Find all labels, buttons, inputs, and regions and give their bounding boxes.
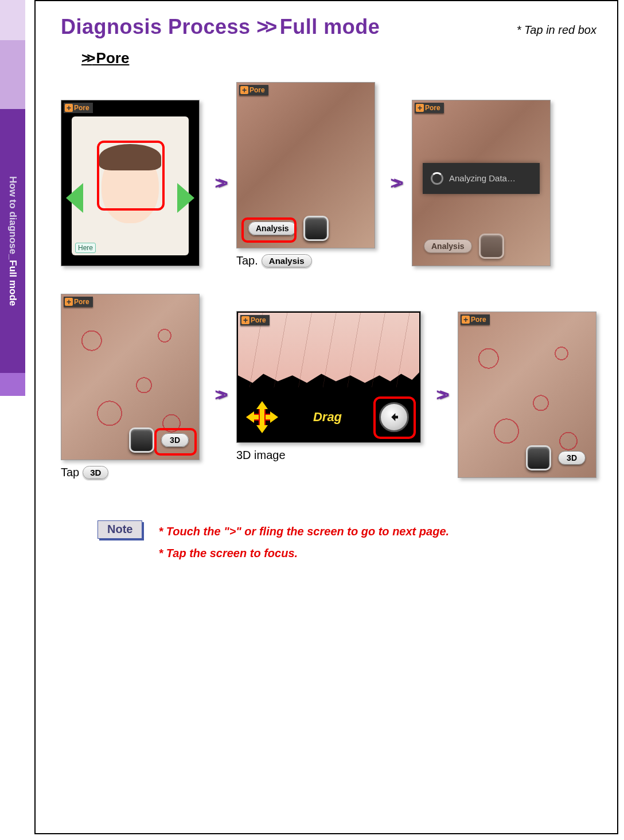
- arrow-right-icon[interactable]: [177, 183, 194, 213]
- caption-text: Tap: [61, 466, 79, 479]
- row-1: + Pore Here >> + Pore: [61, 82, 596, 283]
- plus-icon: +: [65, 104, 73, 112]
- side-tab-label-prefix: How to diagnose_: [7, 176, 18, 259]
- pore-badge: + Pore: [415, 103, 444, 113]
- analysis-button-disabled: Analysis: [424, 239, 472, 253]
- note-line-2: * Tap the screen to focus.: [158, 542, 449, 564]
- header-hint: * Tap in red box: [517, 24, 596, 37]
- caption-tap-3d: Tap 3D: [61, 466, 200, 479]
- capture-button[interactable]: [129, 427, 154, 453]
- separator: >>: [210, 173, 226, 193]
- subheading: >> Pore: [81, 49, 596, 67]
- pore-badge-label: Pore: [249, 86, 265, 94]
- chevrons-icon: >>: [214, 385, 221, 405]
- pore-badge: + Pore: [64, 297, 93, 307]
- screenshot-face-placement: + Pore Here: [61, 100, 200, 266]
- row-2: + Pore 3D Tap 3D >>: [61, 294, 596, 495]
- tap-target-highlight[interactable]: [97, 141, 165, 211]
- plus-icon: +: [462, 316, 470, 324]
- plus-icon: +: [240, 86, 248, 94]
- separator: >>: [385, 173, 401, 193]
- pore-badge: + Pore: [64, 103, 93, 113]
- title-prefix: Diagnosis Process: [61, 15, 256, 38]
- sub-chevrons-icon: >>: [81, 49, 92, 67]
- pore-badge-label: Pore: [471, 316, 486, 324]
- pore-badge: + Pore: [239, 85, 268, 95]
- analyzing-text: Analyzing Data…: [449, 173, 516, 183]
- side-tab-how-to-diagnose[interactable]: How to diagnose_ Full mode: [0, 109, 25, 373]
- note-badge: Note: [98, 520, 142, 539]
- title-chevrons-icon: >>: [256, 15, 274, 38]
- screenshot-analyzed: + Pore 3D: [61, 294, 200, 460]
- analyzing-overlay: Analyzing Data…: [423, 163, 540, 194]
- title-suffix: Full mode: [274, 15, 380, 38]
- side-tabs: How to diagnose_ Full mode: [0, 0, 34, 840]
- capture-button[interactable]: [303, 216, 329, 241]
- screenshot-skin-raw: + Pore Analysis: [236, 82, 375, 248]
- caption-3d-image: 3D image: [236, 449, 421, 462]
- separator: >>: [431, 385, 447, 405]
- capture-button-disabled: [479, 234, 504, 259]
- page-header: Diagnosis Process >> Full mode * Tap in …: [61, 15, 596, 39]
- drag-controls: Drag: [237, 402, 420, 432]
- pore-badge-label: Pore: [251, 316, 266, 324]
- caption-text: Tap.: [236, 254, 258, 267]
- pore-badge: + Pore: [240, 315, 270, 325]
- pore-badge-label: Pore: [74, 298, 89, 306]
- side-tab-2[interactable]: [0, 40, 25, 109]
- capture-button[interactable]: [526, 445, 551, 470]
- separator: >>: [210, 385, 226, 405]
- chevrons-icon: >>: [436, 385, 442, 405]
- plus-icon: +: [241, 316, 249, 324]
- note-line-1: * Touch the ">" or fling the screen to g…: [158, 520, 449, 542]
- here-label: Here: [75, 243, 96, 253]
- sub-label: Pore: [92, 49, 129, 67]
- side-tab-4[interactable]: [0, 373, 25, 396]
- screenshot-analyzed-final: + Pore 3D: [458, 312, 596, 478]
- three-d-pill: 3D: [83, 466, 108, 479]
- chevrons-icon: >>: [390, 173, 396, 193]
- arrow-left-icon[interactable]: [66, 183, 83, 213]
- caption-tap-analysis: Tap. Analysis: [236, 254, 375, 267]
- spinner-icon: [431, 172, 443, 185]
- plus-icon: +: [65, 298, 73, 306]
- note-block: Note * Touch the ">" or fling the screen…: [98, 520, 596, 564]
- tap-target-highlight[interactable]: [241, 217, 297, 243]
- page-frame: Diagnosis Process >> Full mode * Tap in …: [34, 0, 618, 834]
- analysis-pill: Analysis: [262, 254, 312, 267]
- screenshot-3d-view: + Pore Drag: [236, 311, 421, 443]
- tap-target-highlight[interactable]: [373, 396, 416, 439]
- drag-label: Drag: [313, 410, 342, 425]
- side-tab-1[interactable]: [0, 0, 25, 40]
- screenshot-analyzing: + Pore Analyzing Data… Analysis: [412, 100, 551, 266]
- plus-icon: +: [416, 104, 424, 112]
- pore-badge-label: Pore: [425, 104, 440, 112]
- three-d-button[interactable]: 3D: [558, 451, 586, 465]
- side-tab-label-em: Full mode: [7, 260, 18, 306]
- chevrons-icon: >>: [214, 173, 221, 193]
- pore-badge-label: Pore: [74, 104, 89, 112]
- pore-badge: + Pore: [461, 314, 490, 325]
- note-text: * Touch the ">" or fling the screen to g…: [158, 520, 449, 564]
- tap-target-highlight[interactable]: [154, 428, 197, 456]
- page-title: Diagnosis Process >> Full mode: [61, 15, 380, 39]
- move-arrows-icon: [248, 403, 276, 431]
